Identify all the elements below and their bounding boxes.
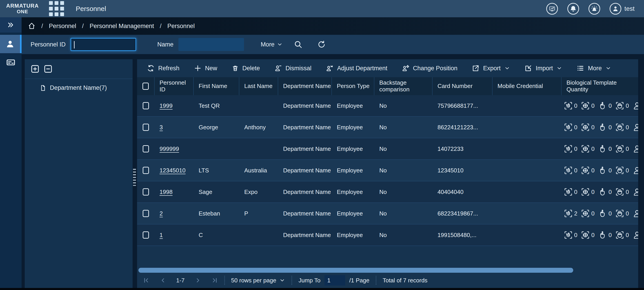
fingerprint-count-value: 0 [574, 102, 577, 109]
fingerprint-count-value: 0 [574, 189, 577, 196]
breadcrumb-item-personnel[interactable]: Personnel [49, 23, 76, 30]
finger-vein-count-value: 0 [608, 232, 612, 239]
refresh-label: Refresh [158, 65, 180, 72]
next-page-button[interactable] [194, 277, 201, 284]
fingerprint-count: 0 [564, 101, 577, 110]
name-input[interactable] [178, 38, 244, 51]
sidebar-item-personnel[interactable] [0, 35, 22, 53]
table-row[interactable]: 999999 Department Name Employee No 14072… [137, 138, 638, 160]
notifications-button[interactable] [568, 3, 579, 14]
delete-button[interactable]: Delete [232, 65, 260, 72]
double-chevron-right-icon [7, 21, 14, 29]
home-icon[interactable] [28, 22, 36, 30]
face-count-value: 0 [591, 210, 594, 217]
face-count-value: 0 [591, 189, 594, 196]
face-count: 0 [581, 231, 594, 240]
table-header: Personnel ID First Name Last Name Depart… [137, 77, 638, 95]
scrollbar-thumb[interactable] [138, 268, 573, 273]
rows-per-page-dropdown[interactable]: 50 rows per page [231, 277, 285, 284]
photo-count: 0 [632, 209, 638, 218]
row-checkbox[interactable] [143, 231, 149, 239]
personnel-id-link[interactable]: 1999 [160, 102, 172, 109]
personnel-id-link[interactable]: 999999 [160, 145, 179, 152]
dashboard-button[interactable] [546, 3, 558, 14]
first-name-cell: George [194, 117, 239, 138]
row-checkbox[interactable] [143, 210, 149, 217]
finger-vein-count: 0 [598, 166, 612, 175]
jump-to-input[interactable] [324, 275, 345, 286]
personnel-id-link[interactable]: 2 [160, 210, 163, 217]
more-filters-dropdown[interactable]: More [261, 41, 283, 48]
table-row[interactable]: 2 Esteban P Department Name Employee No … [137, 203, 638, 225]
palm-count-value: 0 [626, 189, 629, 196]
divider [376, 276, 376, 285]
personnel-id-link[interactable]: 1 [160, 232, 163, 239]
table-row[interactable]: 1 C Department Name Employee No 19915084… [137, 225, 638, 246]
user-menu[interactable]: test [610, 3, 634, 14]
adjust-department-button[interactable]: Adjust Department [326, 64, 388, 72]
previous-page-button[interactable] [160, 277, 166, 284]
expand-all-button[interactable] [30, 64, 40, 73]
row-checkbox[interactable] [143, 167, 149, 174]
brand-logo-line1: ARMATURA [0, 3, 45, 9]
topbar-actions: test [546, 3, 644, 14]
reset-icon[interactable] [317, 40, 326, 49]
breadcrumb-item-personnel-management[interactable]: Personnel Management [90, 23, 154, 30]
panel-splitter-handle[interactable] [133, 169, 136, 186]
personnel-id-link[interactable]: 3 [160, 124, 163, 131]
jump-to-control: Jump To /1 Page [298, 275, 369, 286]
personnel-id-link[interactable]: 12345010 [160, 167, 186, 174]
more-actions-button[interactable]: More [576, 64, 611, 72]
row-checkbox[interactable] [143, 188, 149, 196]
backstage-cell: No [374, 181, 432, 203]
backstage-cell: No [374, 203, 432, 224]
new-button[interactable]: New [194, 64, 217, 72]
dismissal-button[interactable]: Dismissal [274, 64, 312, 72]
import-button[interactable]: Import [524, 64, 562, 72]
brand-logo-line2: ONE [0, 9, 45, 14]
palm-count: 0 [615, 166, 629, 175]
personnel-id-link[interactable]: 1998 [160, 189, 172, 196]
row-checkbox[interactable] [143, 102, 149, 109]
fingerprint-count-value: 0 [574, 167, 577, 174]
last-name-cell: P [239, 203, 278, 224]
finger-vein-icon [598, 144, 607, 153]
table-row[interactable]: 1999 Test QR Department Name Employee No… [137, 95, 638, 117]
palm-count-value: 0 [626, 124, 629, 131]
change-position-button[interactable]: Change Position [402, 64, 458, 72]
row-checkbox[interactable] [143, 145, 149, 152]
palm-scan-icon [615, 209, 624, 218]
table-row[interactable]: 3 George Anthony Department Name Employe… [137, 117, 638, 138]
sidebar-expand-button[interactable] [0, 17, 22, 32]
last-page-button[interactable] [211, 277, 218, 284]
department-tree-node[interactable]: Department Name(7) [25, 84, 132, 91]
table-row[interactable]: 12345010 LTS Australia Department Name E… [137, 160, 638, 181]
horizontal-scrollbar[interactable] [138, 268, 638, 273]
finger-vein-icon [598, 166, 607, 175]
fingerprint-scan-icon [564, 123, 573, 132]
bio-template-cell: 0 0 0 0 0 [562, 117, 638, 138]
sidebar-item-card[interactable] [0, 53, 22, 72]
fingerprint-count: 2 [564, 209, 577, 218]
row-checkbox[interactable] [143, 124, 149, 131]
first-page-button[interactable] [143, 277, 150, 284]
select-all-checkbox[interactable] [142, 83, 149, 90]
search-icon[interactable] [294, 40, 303, 49]
personnel-id-input[interactable] [70, 38, 136, 51]
delete-label: Delete [242, 65, 260, 72]
refresh-button[interactable]: Refresh [147, 64, 180, 72]
table-row[interactable]: 1998 Sage Expo Department Name Employee … [137, 181, 638, 203]
face-count: 0 [581, 101, 594, 110]
breadcrumb: / Personnel / Personnel Management / Per… [22, 17, 644, 35]
alarm-button[interactable] [588, 3, 600, 14]
face-count-value: 0 [591, 167, 594, 174]
collapse-all-button[interactable] [44, 64, 52, 73]
apps-grid-icon[interactable] [49, 1, 64, 16]
breadcrumb-separator: / [82, 23, 84, 30]
mobile-credential-cell [492, 95, 562, 116]
fingerprint-count-value: 0 [574, 232, 577, 239]
face-scan-icon [581, 123, 590, 132]
export-button[interactable]: Export [472, 64, 510, 72]
person-bust-icon [632, 144, 638, 153]
bell-icon [570, 5, 576, 12]
